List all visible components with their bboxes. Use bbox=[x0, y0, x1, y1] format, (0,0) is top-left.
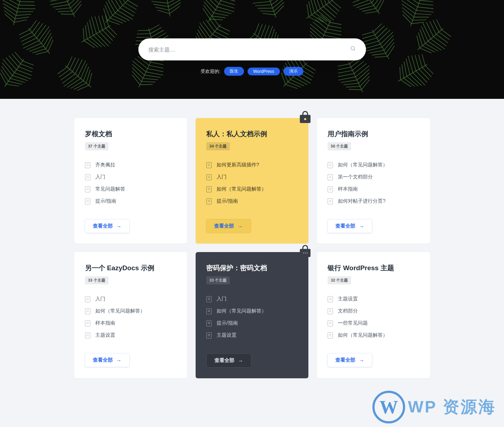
topic-label: 如何（常见问题解答） bbox=[217, 308, 266, 314]
topic-label: 样本指南 bbox=[338, 186, 358, 192]
search-box[interactable] bbox=[138, 38, 366, 60]
topic-label: 齐奥佩拉 bbox=[95, 162, 115, 168]
topic-item[interactable]: 提示/指南 bbox=[206, 195, 298, 207]
view-all-label: 查看全部 bbox=[335, 223, 355, 229]
topic-item[interactable]: 主题设置 bbox=[85, 329, 176, 341]
topic-label: 主题设置 bbox=[338, 296, 358, 302]
topic-item[interactable]: 入门 bbox=[206, 171, 298, 183]
topics-list: 如何（常见问题解答）第一个文档部分样本指南如何对帖子进行分页? bbox=[328, 159, 419, 207]
topics-list: 入门如何（常见问题解答）样本指南主题设置 bbox=[85, 293, 176, 341]
hero-banner: 受欢迎的: 医生 WordPress 演示 bbox=[0, 0, 504, 99]
document-icon bbox=[85, 332, 90, 338]
arrow-right-icon: → bbox=[238, 223, 243, 229]
topic-label: 提示/指南 bbox=[217, 320, 238, 326]
card-title: 另一个 EazyDocs 示例 bbox=[85, 263, 176, 273]
document-icon bbox=[206, 162, 212, 168]
doc-card: 银行 WordPress 主题32 个主题主题设置文档部分一些常见问题如何（常见… bbox=[317, 252, 430, 378]
document-icon bbox=[85, 198, 90, 204]
topic-item[interactable]: 入门 bbox=[85, 293, 176, 305]
topic-item[interactable]: 常见问题解答 bbox=[85, 183, 176, 195]
topic-item[interactable]: 如何（常见问题解答） bbox=[206, 183, 298, 195]
topic-label: 如何对帖子进行分页? bbox=[338, 198, 386, 204]
topic-label: 一些常见问题 bbox=[338, 320, 368, 326]
topic-count-badge: 32 个主题 bbox=[328, 276, 351, 284]
topic-label: 入门 bbox=[95, 174, 105, 180]
topic-item[interactable]: 主题设置 bbox=[206, 329, 298, 341]
card-title: 私人：私人文档示例 bbox=[206, 129, 298, 139]
popular-tag[interactable]: 医生 bbox=[224, 67, 244, 76]
topic-label: 主题设置 bbox=[217, 332, 237, 338]
arrow-right-icon: → bbox=[359, 357, 364, 363]
doc-card: 密码保护：密码文档33 个主题入门如何（常见问题解答）提示/指南主题设置查看全部… bbox=[196, 252, 308, 378]
view-all-button[interactable]: 查看全部→ bbox=[85, 219, 129, 233]
topic-item[interactable]: 如何（常见问题解答） bbox=[328, 329, 419, 341]
topic-item[interactable]: 如何更新高级插件? bbox=[206, 159, 298, 171]
topic-item[interactable]: 如何（常见问题解答） bbox=[85, 305, 176, 317]
topic-item[interactable]: 齐奥佩拉 bbox=[85, 159, 176, 171]
card-title: 密码保护：密码文档 bbox=[206, 263, 298, 273]
topic-item[interactable]: 样本指南 bbox=[328, 183, 419, 195]
lock-icon bbox=[300, 111, 311, 124]
topic-label: 文档部分 bbox=[338, 308, 358, 314]
document-icon bbox=[206, 186, 212, 192]
topic-label: 样本指南 bbox=[95, 320, 115, 326]
document-icon bbox=[206, 198, 212, 204]
topic-label: 如何（常见问题解答） bbox=[338, 332, 388, 338]
view-all-label: 查看全部 bbox=[93, 357, 113, 363]
document-icon bbox=[328, 296, 333, 302]
card-title: 用户指南示例 bbox=[328, 129, 419, 139]
topic-label: 提示/指南 bbox=[95, 198, 117, 204]
popular-tag[interactable]: WordPress bbox=[248, 68, 280, 75]
topic-label: 如何（常见问题解答） bbox=[217, 186, 266, 192]
view-all-button[interactable]: 查看全部→ bbox=[328, 353, 372, 367]
document-icon bbox=[328, 162, 333, 168]
document-icon bbox=[85, 186, 90, 192]
document-icon bbox=[328, 198, 333, 204]
topic-item[interactable]: 一些常见问题 bbox=[328, 317, 419, 329]
topic-item[interactable]: 提示/指南 bbox=[206, 317, 298, 329]
topic-count-badge: 34 个主题 bbox=[206, 142, 230, 150]
card-title: 罗根文档 bbox=[85, 129, 176, 139]
document-icon bbox=[328, 174, 333, 180]
view-all-button[interactable]: 查看全部→ bbox=[206, 219, 251, 233]
topic-count-badge: 50 个主题 bbox=[328, 142, 351, 150]
popular-tag[interactable]: 演示 bbox=[283, 67, 303, 76]
topic-item[interactable]: 文档部分 bbox=[328, 305, 419, 317]
topic-item[interactable]: 如何对帖子进行分页? bbox=[328, 195, 419, 207]
topics-list: 入门如何（常见问题解答）提示/指南主题设置 bbox=[206, 293, 298, 341]
topic-label: 提示/指南 bbox=[217, 198, 238, 204]
document-icon bbox=[206, 320, 212, 326]
topic-label: 如何（常见问题解答） bbox=[95, 308, 145, 314]
topic-item[interactable]: 样本指南 bbox=[85, 317, 176, 329]
topic-item[interactable]: 入门 bbox=[85, 171, 176, 183]
search-input[interactable] bbox=[148, 47, 350, 53]
topics-list: 主题设置文档部分一些常见问题如何（常见问题解答） bbox=[328, 293, 419, 341]
topic-label: 常见问题解答 bbox=[95, 186, 125, 192]
doc-card: 私人：私人文档示例34 个主题如何更新高级插件?入门如何（常见问题解答）提示/指… bbox=[196, 118, 308, 244]
topic-count-badge: 37 个主题 bbox=[85, 142, 108, 150]
document-icon bbox=[328, 308, 333, 314]
popular-tags-row: 受欢迎的: 医生 WordPress 演示 bbox=[138, 67, 366, 76]
document-icon bbox=[328, 320, 333, 326]
view-all-button[interactable]: 查看全部→ bbox=[206, 353, 251, 368]
popular-label: 受欢迎的: bbox=[201, 68, 221, 75]
topic-item[interactable]: 如何（常见问题解答） bbox=[206, 305, 298, 317]
topic-item[interactable]: 入门 bbox=[206, 293, 298, 305]
document-icon bbox=[206, 332, 212, 338]
view-all-button[interactable]: 查看全部→ bbox=[328, 219, 372, 233]
topic-label: 入门 bbox=[95, 296, 105, 302]
topic-label: 第一个文档部分 bbox=[338, 174, 373, 180]
document-icon bbox=[328, 332, 333, 338]
search-icon[interactable] bbox=[350, 46, 356, 53]
view-all-button[interactable]: 查看全部→ bbox=[85, 353, 129, 367]
doc-card: 罗根文档37 个主题齐奥佩拉入门常见问题解答提示/指南查看全部→ bbox=[74, 118, 187, 244]
topic-item[interactable]: 主题设置 bbox=[328, 293, 419, 305]
topic-label: 入门 bbox=[217, 174, 227, 180]
svg-point-0 bbox=[351, 46, 354, 50]
topic-item[interactable]: 提示/指南 bbox=[85, 195, 176, 207]
topic-item[interactable]: 如何（常见问题解答） bbox=[328, 159, 419, 171]
lock-icon bbox=[300, 245, 311, 258]
arrow-right-icon: → bbox=[359, 223, 364, 229]
topic-item[interactable]: 第一个文档部分 bbox=[328, 171, 419, 183]
document-icon bbox=[85, 296, 90, 302]
